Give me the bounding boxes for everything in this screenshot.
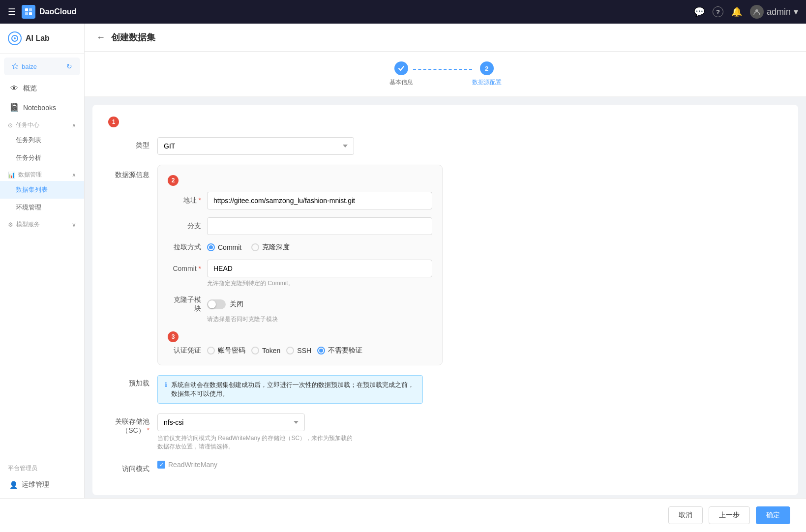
sc-hint: 当前仅支持访问模式为 ReadWriteMany 的存储池（SC），来作为预加载… <box>157 434 354 451</box>
address-required: * <box>199 196 201 204</box>
access-mode-checkbox-item[interactable]: ReadWriteMany <box>157 461 217 469</box>
step-1-label: 基本信息 <box>389 78 413 87</box>
sidebar-logo-area: AI Lab <box>0 24 84 54</box>
auth-token[interactable]: Token <box>251 347 280 355</box>
auth-account-pwd-label: 账号密码 <box>218 346 245 355</box>
preload-info-text: 系统自动会在数据集创建成功后，立即进行一次性的数据预加载；在预加载完成之前，数据… <box>171 381 416 398</box>
sidebar-bottom: 平台管理员 👤 运维管理 <box>0 457 84 498</box>
form-area: 1 类型 GIT 数据源信息 2 <box>92 105 798 495</box>
depth-radio-label: 克隆深度 <box>262 243 290 252</box>
sidebar-module-title: AI Lab <box>26 34 50 43</box>
step-2-circle: 2 <box>480 61 494 75</box>
auth-no-auth[interactable]: 不需要验证 <box>317 346 362 355</box>
pull-method-row: 拉取方式 Commit 克隆深度 <box>168 243 432 252</box>
ops-label: 运维管理 <box>22 480 49 489</box>
preload-info-box: ℹ 系统自动会在数据集创建成功后，立即进行一次性的数据预加载；在预加载完成之前，… <box>157 375 423 404</box>
commit-row: Commit * 允许指定克隆到特定的 Commit。 <box>168 260 432 288</box>
ops-icon: 👤 <box>9 481 18 489</box>
notification-icon[interactable]: 🔔 <box>731 6 742 17</box>
data-management-icon: 📊 <box>8 172 15 178</box>
commit-input[interactable] <box>207 260 432 277</box>
auth-token-label: Token <box>262 347 280 355</box>
auth-label: 认证凭证 <box>168 346 207 355</box>
pull-method-commit[interactable]: Commit <box>207 243 241 251</box>
sc-required: * <box>147 426 149 434</box>
hamburger-menu-icon[interactable]: ☰ <box>8 6 16 17</box>
datasource-box: 2 地址 * 分支 <box>157 165 443 365</box>
message-icon[interactable]: 💬 <box>694 6 705 17</box>
pull-method-depth[interactable]: 克隆深度 <box>251 243 290 252</box>
depth-radio-circle <box>251 243 259 251</box>
branch-input[interactable] <box>207 217 432 235</box>
sidebar-item-task-list[interactable]: 任务列表 <box>0 131 84 149</box>
overview-icon: 👁 <box>9 84 19 93</box>
step-2: 2 数据源配置 <box>472 61 502 87</box>
step-connector <box>413 69 472 70</box>
access-mode-label: 访问模式 <box>108 461 157 473</box>
admin-label: 平台管理员 <box>0 461 84 475</box>
section-badge-3: 3 <box>168 331 179 342</box>
help-icon[interactable]: ? <box>713 6 723 17</box>
logo-text: DaoCloud <box>39 7 77 16</box>
clone-submodule-row: 克隆子模块 关闭 请选择是否同时克隆子模块 <box>168 296 432 324</box>
page-header: ← 创建数据集 <box>85 24 806 52</box>
page-title: 创建数据集 <box>111 31 155 43</box>
top-navigation: ☰ DaoCloud 💬 ? 🔔 admin ▾ <box>0 0 806 24</box>
address-input[interactable] <box>207 192 432 209</box>
step-2-label: 数据源配置 <box>472 78 502 87</box>
clone-sub-label: 克隆子模块 <box>168 296 207 313</box>
sidebar-item-label: Notebooks <box>23 104 56 112</box>
clone-sub-status: 关闭 <box>230 300 243 309</box>
sidebar-item-dataset-list[interactable]: 数据集列表 <box>0 181 84 199</box>
prev-button[interactable]: 上一步 <box>709 506 750 524</box>
logo: DaoCloud <box>22 5 77 19</box>
access-mode-row: 访问模式 ReadWriteMany <box>108 461 782 473</box>
sc-select[interactable]: nfs-csi <box>157 414 305 431</box>
auth-ssh[interactable]: SSH <box>286 347 311 355</box>
back-button[interactable]: ← <box>96 32 105 43</box>
sidebar-section-task-center[interactable]: ⊙ 任务中心 ∧ <box>0 117 84 131</box>
auth-account-pwd[interactable]: 账号密码 <box>207 346 245 355</box>
task-center-expand-icon[interactable]: ∧ <box>72 122 76 129</box>
access-mode-checkbox[interactable] <box>157 461 165 469</box>
sidebar-item-task-analysis[interactable]: 任务分析 <box>0 149 84 167</box>
commit-label: Commit * <box>168 265 207 272</box>
commit-radio-label: Commit <box>218 243 241 251</box>
sidebar-item-notebooks[interactable]: 📓 Notebooks <box>0 98 84 117</box>
sidebar-item-env-management[interactable]: 环境管理 <box>0 199 84 216</box>
svg-rect-3 <box>29 12 32 15</box>
clone-sub-toggle[interactable] <box>207 299 226 309</box>
sidebar-section-data-management[interactable]: 📊 数据管理 ∧ <box>0 167 84 181</box>
steps-container: 基本信息 2 数据源配置 <box>85 52 806 97</box>
pull-method-label: 拉取方式 <box>168 243 207 252</box>
section-badge-2: 2 <box>168 175 179 186</box>
sc-label: 关联存储池（SC） * <box>108 414 157 435</box>
namespace-refresh-icon[interactable]: ↻ <box>66 62 72 70</box>
user-chevron-icon: ▾ <box>794 6 798 17</box>
access-mode-value: ReadWriteMany <box>168 461 217 469</box>
info-icon: ℹ <box>165 381 167 388</box>
namespace-name: baize <box>12 63 37 70</box>
toggle-knob <box>208 300 216 308</box>
auth-radio-group: 账号密码 Token SSH <box>207 346 362 355</box>
model-service-expand-icon[interactable]: ∨ <box>72 221 76 228</box>
sidebar-item-ops[interactable]: 👤 运维管理 <box>0 475 84 494</box>
namespace-selector[interactable]: baize ↻ <box>4 58 80 75</box>
clone-sub-hint: 请选择是否同时克隆子模块 <box>168 315 278 324</box>
auth-row: 认证凭证 账号密码 Token <box>168 346 432 355</box>
type-row: 类型 GIT <box>108 137 782 155</box>
section-badge-1: 1 <box>108 117 119 127</box>
branch-row: 分支 <box>168 217 432 235</box>
model-service-label: 模型服务 <box>16 220 40 229</box>
cancel-button[interactable]: 取消 <box>668 506 703 524</box>
sidebar-section-model-service[interactable]: ⚙ 模型服务 ∨ <box>0 216 84 231</box>
user-info[interactable]: admin ▾ <box>750 5 798 19</box>
address-row: 地址 * <box>168 192 432 209</box>
type-select[interactable]: GIT <box>157 137 354 155</box>
data-management-expand-icon[interactable]: ∧ <box>72 172 76 178</box>
logo-icon <box>22 5 35 19</box>
confirm-button[interactable]: 确定 <box>756 506 790 524</box>
pull-method-radio-group: Commit 克隆深度 <box>207 243 290 252</box>
sidebar-item-overview[interactable]: 👁 概览 <box>0 79 84 98</box>
commit-required: * <box>199 265 201 272</box>
